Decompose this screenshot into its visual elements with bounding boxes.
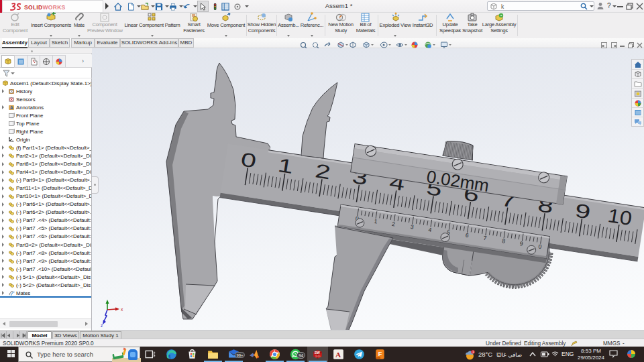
svg-text:9: 9 [574, 200, 592, 224]
svg-text:x: x [121, 307, 123, 312]
svg-text:1: 1 [276, 154, 295, 178]
svg-text:SW: SW [315, 351, 320, 355]
svg-text:z: z [101, 323, 103, 328]
svg-text:A: A [335, 351, 341, 359]
svg-text:2: 2 [313, 160, 332, 184]
svg-text:F: F [378, 351, 382, 357]
svg-text:SOLIDWORKS: SOLIDWORKS [24, 4, 66, 11]
svg-text:2020: 2020 [315, 355, 321, 358]
svg-text:10: 10 [606, 204, 634, 230]
svg-text:1: 1 [472, 350, 474, 354]
svg-text:A: A [10, 105, 13, 110]
svg-text:0: 0 [239, 148, 258, 172]
